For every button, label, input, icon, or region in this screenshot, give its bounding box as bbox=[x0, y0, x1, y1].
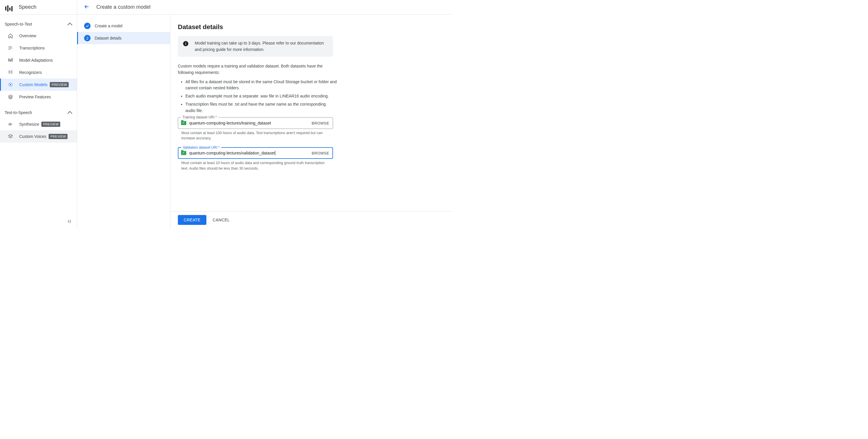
sidebar-item-label: Custom Voices bbox=[19, 134, 46, 139]
step-label: Dataset details bbox=[95, 36, 122, 40]
text-cursor bbox=[275, 151, 275, 155]
main-area: Create a custom model Create a model 2 D… bbox=[77, 0, 452, 228]
step-label: Create a model bbox=[95, 24, 123, 28]
training-uri-box[interactable]: Training dataset URI * BROWSE bbox=[178, 117, 333, 129]
transcriptions-icon bbox=[7, 45, 13, 50]
recognizers-icon bbox=[7, 70, 13, 75]
sidebar-item-overview[interactable]: Overview bbox=[0, 30, 77, 42]
sidebar-item-label: Synthesize bbox=[19, 122, 39, 127]
training-uri-label: Training dataset URI * bbox=[181, 115, 218, 119]
stepper-column: Create a model 2 Dataset details bbox=[77, 14, 170, 228]
intro-text: Custom models require a training and val… bbox=[178, 63, 335, 76]
validation-uri-input-text[interactable]: quantum-computing-lectures/validation_da… bbox=[189, 151, 275, 155]
step-done-icon bbox=[84, 23, 91, 29]
synthesize-icon bbox=[7, 122, 13, 127]
validation-uri-box[interactable]: Validation dataset URI * quantum-computi… bbox=[178, 147, 333, 159]
nav-section-label: Text-to-Speech bbox=[5, 110, 32, 115]
step-create-model[interactable]: Create a model bbox=[77, 20, 170, 32]
browse-button-validation[interactable]: BROWSE bbox=[312, 151, 329, 155]
requirement-item: All files for a dataset must be stored i… bbox=[185, 79, 337, 91]
svg-rect-1 bbox=[8, 48, 12, 48]
content-column: Dataset details i Model training can tak… bbox=[170, 14, 452, 228]
svg-rect-5 bbox=[12, 58, 12, 62]
voices-icon bbox=[7, 134, 13, 139]
training-uri-input[interactable] bbox=[189, 121, 309, 125]
svg-point-13 bbox=[10, 85, 11, 85]
svg-rect-2 bbox=[8, 49, 11, 50]
step-dataset-details[interactable]: 2 Dataset details bbox=[77, 32, 170, 44]
info-banner-text: Model training can take up to 3 days. Pl… bbox=[195, 40, 328, 53]
svg-rect-17 bbox=[11, 123, 12, 125]
sidebar-item-label: Custom Models bbox=[19, 82, 48, 87]
requirements-list: All files for a dataset must be stored i… bbox=[185, 79, 337, 114]
sidebar-item-label: Transcriptions bbox=[19, 46, 44, 50]
adaptations-icon bbox=[7, 58, 13, 63]
sidebar-item-preview-features[interactable]: Preview Features bbox=[0, 91, 77, 103]
sidebar-item-custom-voices[interactable]: Custom Voices PREVIEW bbox=[0, 130, 77, 142]
requirement-item: Transcription files must be .txt and hav… bbox=[185, 101, 337, 114]
collapse-sidebar-button[interactable] bbox=[66, 219, 72, 225]
svg-rect-4 bbox=[10, 59, 11, 62]
sidebar-item-label: Overview bbox=[19, 33, 36, 38]
section-title: Dataset details bbox=[178, 23, 443, 31]
folder-icon bbox=[181, 121, 186, 125]
home-icon bbox=[7, 33, 13, 38]
nav-section-label: Speech-to-Text bbox=[5, 22, 32, 27]
validation-helper-text: Must contain at least 10 hours of audio … bbox=[181, 160, 330, 171]
create-button[interactable]: CREATE bbox=[178, 215, 206, 225]
validation-uri-field: Validation dataset URI * quantum-computi… bbox=[178, 147, 333, 159]
browse-button-training[interactable]: BROWSE bbox=[312, 121, 329, 125]
chevron-up-icon bbox=[67, 23, 72, 28]
cancel-button[interactable]: CANCEL bbox=[213, 217, 230, 222]
sidebar-item-synthesize[interactable]: Synthesize PREVIEW bbox=[0, 118, 77, 130]
folder-icon bbox=[181, 151, 186, 155]
sidebar-item-custom-models[interactable]: Custom Models PREVIEW bbox=[0, 78, 77, 91]
sidebar-item-label: Preview Features bbox=[19, 95, 51, 99]
svg-rect-10 bbox=[11, 72, 12, 72]
sidebar-item-label: Recognizers bbox=[19, 70, 42, 75]
preview-badge: PREVIEW bbox=[50, 82, 69, 87]
sidebar-header: Speech bbox=[0, 0, 77, 14]
chevron-up-icon bbox=[67, 111, 72, 116]
info-banner: i Model training can take up to 3 days. … bbox=[178, 36, 333, 57]
speech-logo-icon bbox=[5, 4, 13, 10]
sidebar-item-recognizers[interactable]: Recognizers bbox=[0, 66, 77, 78]
actions-bar: CREATE CANCEL bbox=[170, 211, 452, 228]
page-title: Create a custom model bbox=[96, 4, 151, 10]
preview-badge: PREVIEW bbox=[49, 134, 67, 139]
back-arrow-button[interactable] bbox=[84, 3, 90, 11]
preview-badge: PREVIEW bbox=[41, 122, 60, 127]
training-helper-text: Must contain at least 100 hours of audio… bbox=[181, 130, 330, 141]
nav-section-speech-to-text: Speech-to-Text Overview Transcriptions bbox=[0, 14, 77, 103]
info-icon: i bbox=[183, 41, 188, 46]
nav-section-header-stt[interactable]: Speech-to-Text bbox=[0, 19, 77, 30]
requirement-item: Each audio example must be a separate .w… bbox=[185, 93, 337, 100]
layers-icon bbox=[7, 94, 13, 100]
sidebar: Speech Speech-to-Text Overview Transcrip… bbox=[0, 0, 77, 228]
svg-rect-3 bbox=[8, 59, 9, 62]
nav-section-text-to-speech: Text-to-Speech Synthesize PREVIEW Custom… bbox=[0, 103, 77, 142]
svg-rect-14 bbox=[8, 124, 9, 125]
svg-rect-6 bbox=[8, 71, 10, 71]
svg-rect-11 bbox=[11, 73, 12, 74]
training-uri-field: Training dataset URI * BROWSE bbox=[178, 117, 333, 129]
svg-rect-0 bbox=[8, 46, 12, 47]
step-number-badge: 2 bbox=[84, 35, 91, 41]
svg-rect-8 bbox=[8, 73, 10, 74]
validation-uri-label: Validation dataset URI * bbox=[181, 145, 221, 149]
svg-rect-18 bbox=[12, 124, 12, 125]
sidebar-item-model-adaptations[interactable]: Model Adaptations bbox=[0, 54, 77, 66]
svg-rect-15 bbox=[9, 123, 10, 125]
main-header: Create a custom model bbox=[77, 0, 452, 14]
sidebar-item-label: Model Adaptations bbox=[19, 58, 53, 63]
svg-rect-9 bbox=[11, 71, 12, 71]
sidebar-title: Speech bbox=[19, 4, 36, 10]
nav-section-header-tts[interactable]: Text-to-Speech bbox=[0, 107, 77, 118]
custom-models-icon bbox=[7, 82, 13, 87]
svg-rect-7 bbox=[8, 72, 10, 72]
svg-rect-16 bbox=[10, 123, 11, 126]
sidebar-item-transcriptions[interactable]: Transcriptions bbox=[0, 42, 77, 54]
